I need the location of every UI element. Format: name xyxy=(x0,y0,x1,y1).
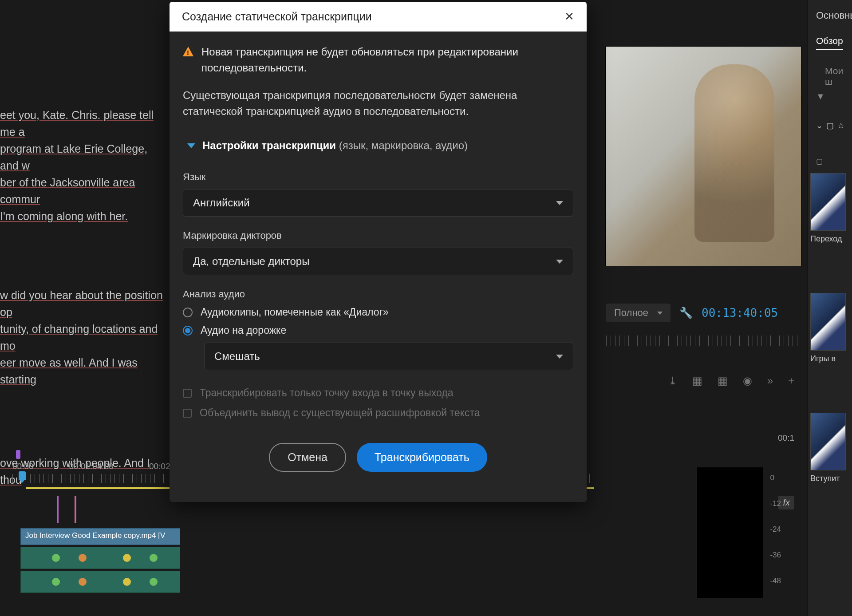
language-label: Язык xyxy=(183,171,573,183)
radio-audio-on-track[interactable]: Аудио на дорожке xyxy=(183,324,573,336)
checkbox-in-out-only[interactable]: Транскрибировать только точку входа в то… xyxy=(183,387,573,399)
track-mix-dropdown[interactable]: Смешать xyxy=(204,343,573,370)
close-button[interactable]: ✕ xyxy=(564,10,574,24)
chevron-down-icon xyxy=(187,143,195,148)
cancel-button[interactable]: Отмена xyxy=(269,443,346,472)
warning-text: Новая транскрипция не будет обновляться … xyxy=(201,44,573,76)
radio-icon xyxy=(183,326,193,336)
checkbox-label: Транскрибировать только точку входа в то… xyxy=(200,387,453,399)
radio-dialog-clips[interactable]: Аудиоклипы, помеченные как «Диалог» xyxy=(183,306,573,318)
checkbox-label: Объединить вывод с существующей расшифро… xyxy=(200,407,480,419)
radio-icon xyxy=(183,308,193,317)
dropdown-value: Да, отдельные дикторы xyxy=(193,255,309,268)
radio-label: Аудио на дорожке xyxy=(201,324,286,336)
section-title: Настройки транскрипции (язык, маркировка… xyxy=(202,139,468,152)
chevron-down-icon xyxy=(556,201,563,205)
dropdown-value: Английский xyxy=(193,197,250,209)
chevron-down-icon xyxy=(556,355,563,359)
chevron-down-icon xyxy=(556,260,563,264)
dropdown-value: Смешать xyxy=(214,350,260,363)
audio-analysis-label: Анализ аудио xyxy=(183,288,573,300)
checkbox-icon xyxy=(183,389,192,398)
transcribe-button[interactable]: Транскрибировать xyxy=(357,443,487,472)
settings-section-toggle[interactable]: Настройки транскрипции (язык, маркировка… xyxy=(183,133,573,158)
info-text: Существующая транскрипция последовательн… xyxy=(183,87,573,119)
checkbox-icon xyxy=(183,409,192,418)
radio-label: Аудиоклипы, помеченные как «Диалог» xyxy=(201,306,389,318)
language-dropdown[interactable]: Английский xyxy=(183,189,573,217)
speaker-labeling-dropdown[interactable]: Да, отдельные дикторы xyxy=(183,248,573,275)
warning-icon xyxy=(183,47,193,56)
transcription-dialog: Создание статической транскрипции ✕ Нова… xyxy=(170,2,587,502)
dialog-footer: Отмена Транскрибировать xyxy=(183,427,573,490)
speaker-labeling-label: Маркировка дикторов xyxy=(183,230,573,241)
close-icon: ✕ xyxy=(564,10,574,23)
checkbox-merge-existing[interactable]: Объединить вывод с существующей расшифро… xyxy=(183,407,573,419)
dialog-header: Создание статической транскрипции ✕ xyxy=(170,2,587,32)
dialog-title: Создание статической транскрипции xyxy=(182,10,372,23)
modal-backdrop: Создание статической транскрипции ✕ Нова… xyxy=(0,0,852,616)
